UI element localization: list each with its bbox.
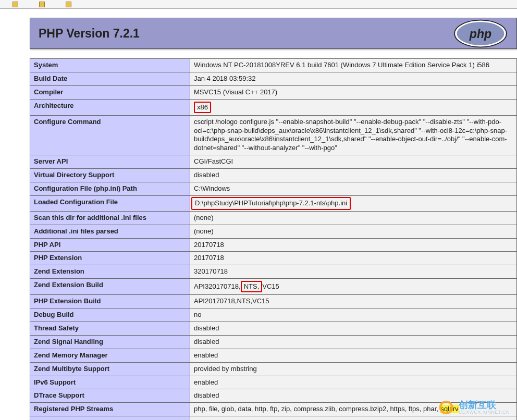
table-row: Server APICGI/FastCGI bbox=[30, 155, 517, 169]
info-key: Debug Build bbox=[30, 308, 190, 322]
info-key: Architecture bbox=[30, 99, 190, 115]
info-value: disabled bbox=[190, 322, 517, 336]
info-value: Jan 4 2018 03:59:32 bbox=[190, 72, 517, 85]
folder-icon bbox=[39, 2, 45, 7]
info-value: MSVC15 (Visual C++ 2017) bbox=[190, 85, 517, 99]
table-row: Zend Extension BuildAPI320170718,NTS,VC1… bbox=[30, 279, 517, 295]
table-row: PHP API20170718 bbox=[30, 238, 517, 252]
folder-icon bbox=[13, 2, 18, 7]
info-value: no bbox=[190, 308, 517, 322]
phpinfo-table: SystemWindows NT PC-20181008YREV 6.1 bui… bbox=[30, 58, 517, 420]
table-row: SystemWindows NT PC-20181008YREV 6.1 bui… bbox=[30, 59, 517, 72]
info-key: IPv6 Support bbox=[30, 376, 190, 389]
info-key: PHP Extension bbox=[30, 252, 190, 265]
page-title: PHP Version 7.2.1 bbox=[39, 27, 140, 41]
table-row: Additional .ini files parsed(none) bbox=[30, 225, 517, 238]
php-logo-icon: php bbox=[453, 19, 508, 48]
info-key: Virtual Directory Support bbox=[30, 169, 190, 182]
highlight-box: NTS, bbox=[241, 281, 263, 292]
info-value: disabled bbox=[190, 169, 517, 182]
info-value: 320170718 bbox=[190, 265, 517, 279]
info-key: Additional .ini files parsed bbox=[30, 225, 190, 238]
watermark-text: 创新互联 CDXWCX.XINNET.CN bbox=[459, 400, 510, 415]
info-value: 20170718 bbox=[190, 238, 517, 252]
info-value: cscript /nologo configure.js "--enable-s… bbox=[190, 115, 517, 155]
svg-text:php: php bbox=[469, 27, 492, 41]
info-key: Zend Multibyte Support bbox=[30, 362, 190, 376]
info-key: Registered PHP Streams bbox=[30, 403, 190, 416]
folder-icon bbox=[66, 2, 71, 7]
info-key: Zend Signal Handling bbox=[30, 335, 190, 349]
info-key: Scan this dir for additional .ini files bbox=[30, 211, 190, 225]
table-row: CompilerMSVC15 (Visual C++ 2017) bbox=[30, 85, 517, 99]
info-key: PHP Extension Build bbox=[30, 295, 190, 308]
highlight-box: x86 bbox=[194, 102, 211, 113]
phpinfo-header: PHP Version 7.2.1 php bbox=[30, 18, 517, 49]
table-row: Loaded Configuration FileD:\phpStudy\PHP… bbox=[30, 195, 517, 211]
table-row: Debug Buildno bbox=[30, 308, 517, 322]
info-key: PHP API bbox=[30, 238, 190, 252]
table-row: IPv6 Supportenabled bbox=[30, 376, 517, 389]
table-row: Zend Multibyte Supportprovided by mbstri… bbox=[30, 362, 517, 376]
info-value: disabled bbox=[190, 335, 517, 349]
info-key: Server API bbox=[30, 155, 190, 169]
info-value: (none) bbox=[190, 211, 517, 225]
info-key: Zend Memory Manager bbox=[30, 349, 190, 362]
table-row: Zend Memory Managerenabled bbox=[30, 349, 517, 362]
info-key: Loaded Configuration File bbox=[30, 195, 190, 211]
info-key: Zend Extension Build bbox=[30, 279, 190, 295]
info-value: D:\phpStudy\PHPTutorial\php\php-7.2.1-nt… bbox=[190, 195, 517, 211]
table-row: Virtual Directory Supportdisabled bbox=[30, 169, 517, 182]
info-key: DTrace Support bbox=[30, 389, 190, 403]
info-value: enabled bbox=[190, 376, 517, 389]
info-value: x86 bbox=[190, 99, 517, 115]
highlight-box: D:\phpStudy\PHPTutorial\php\php-7.2.1-nt… bbox=[191, 197, 351, 210]
info-value: provided by mbstring bbox=[190, 362, 517, 376]
info-value: Windows NT PC-20181008YREV 6.1 build 760… bbox=[190, 59, 517, 72]
info-value: tcp, udp, ssl, tls, tlsv1.0, tlsv1.1, tl… bbox=[190, 416, 517, 420]
info-key: Registered Stream Socket Transports bbox=[30, 416, 190, 420]
table-row: Scan this dir for additional .ini files(… bbox=[30, 211, 517, 225]
info-value: API320170718,NTS,VC15 bbox=[190, 279, 517, 295]
table-row: PHP Extension BuildAPI20170718,NTS,VC15 bbox=[30, 295, 517, 308]
table-row: Build DateJan 4 2018 03:59:32 bbox=[30, 72, 517, 85]
watermark-logo-icon bbox=[438, 399, 454, 416]
phpinfo-page: PHP Version 7.2.1 php SystemWindows NT P… bbox=[0, 9, 517, 420]
browser-tabstrip bbox=[0, 0, 517, 9]
info-value: 20170718 bbox=[190, 252, 517, 265]
table-row: Zend Signal Handlingdisabled bbox=[30, 335, 517, 349]
table-row: PHP Extension20170718 bbox=[30, 252, 517, 265]
info-value: (none) bbox=[190, 225, 517, 238]
info-key: Configuration File (php.ini) Path bbox=[30, 182, 190, 196]
table-row: Architecturex86 bbox=[30, 99, 517, 115]
info-key: Compiler bbox=[30, 85, 190, 99]
info-value: CGI/FastCGI bbox=[190, 155, 517, 169]
watermark: 创新互联 CDXWCX.XINNET.CN bbox=[438, 399, 510, 416]
info-value: enabled bbox=[190, 349, 517, 362]
table-row: Configure Commandcscript /nologo configu… bbox=[30, 115, 517, 155]
info-key: Thread Safety bbox=[30, 322, 190, 336]
info-key: Build Date bbox=[30, 72, 190, 85]
info-value: C:\Windows bbox=[190, 182, 517, 196]
info-key: Configure Command bbox=[30, 115, 190, 155]
table-row: Configuration File (php.ini) PathC:\Wind… bbox=[30, 182, 517, 196]
table-row: Thread Safetydisabled bbox=[30, 322, 517, 336]
info-key: System bbox=[30, 59, 190, 72]
table-row: Zend Extension320170718 bbox=[30, 265, 517, 279]
info-value: API20170718,NTS,VC15 bbox=[190, 295, 517, 308]
table-row: Registered Stream Socket Transportstcp, … bbox=[30, 416, 517, 420]
info-key: Zend Extension bbox=[30, 265, 190, 279]
